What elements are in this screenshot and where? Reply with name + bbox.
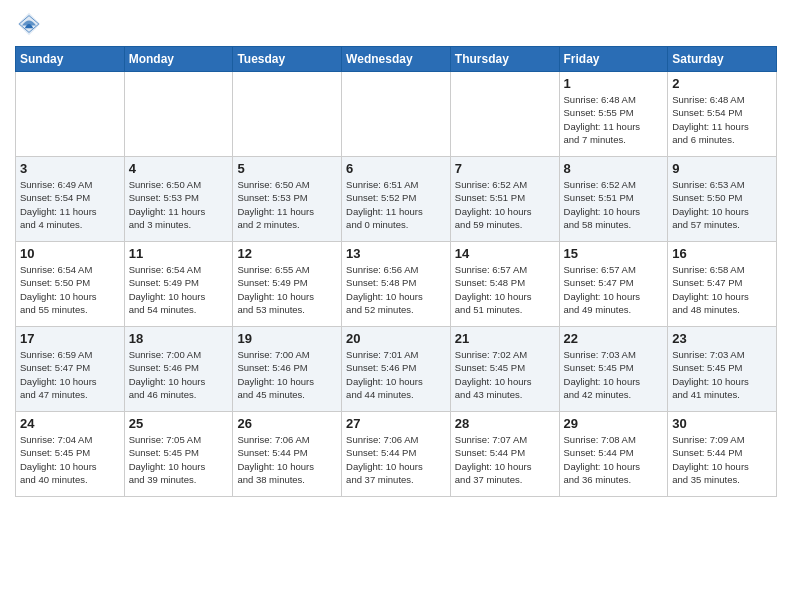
day-number: 1	[564, 76, 664, 91]
weekday-header: Monday	[124, 47, 233, 72]
day-info: Sunrise: 7:01 AM Sunset: 5:46 PM Dayligh…	[346, 348, 446, 401]
day-number: 12	[237, 246, 337, 261]
logo-icon	[15, 10, 43, 38]
weekday-header: Tuesday	[233, 47, 342, 72]
day-number: 11	[129, 246, 229, 261]
day-info: Sunrise: 6:52 AM Sunset: 5:51 PM Dayligh…	[564, 178, 664, 231]
day-info: Sunrise: 7:04 AM Sunset: 5:45 PM Dayligh…	[20, 433, 120, 486]
calendar-cell: 4Sunrise: 6:50 AM Sunset: 5:53 PM Daylig…	[124, 157, 233, 242]
day-number: 2	[672, 76, 772, 91]
calendar-cell: 19Sunrise: 7:00 AM Sunset: 5:46 PM Dayli…	[233, 327, 342, 412]
calendar-cell: 23Sunrise: 7:03 AM Sunset: 5:45 PM Dayli…	[668, 327, 777, 412]
day-number: 8	[564, 161, 664, 176]
calendar-cell	[450, 72, 559, 157]
weekday-header: Sunday	[16, 47, 125, 72]
day-number: 6	[346, 161, 446, 176]
calendar-cell: 18Sunrise: 7:00 AM Sunset: 5:46 PM Dayli…	[124, 327, 233, 412]
calendar-cell: 14Sunrise: 6:57 AM Sunset: 5:48 PM Dayli…	[450, 242, 559, 327]
calendar-cell: 27Sunrise: 7:06 AM Sunset: 5:44 PM Dayli…	[342, 412, 451, 497]
day-info: Sunrise: 7:06 AM Sunset: 5:44 PM Dayligh…	[237, 433, 337, 486]
calendar-cell: 6Sunrise: 6:51 AM Sunset: 5:52 PM Daylig…	[342, 157, 451, 242]
weekday-header-row: SundayMondayTuesdayWednesdayThursdayFrid…	[16, 47, 777, 72]
day-info: Sunrise: 6:50 AM Sunset: 5:53 PM Dayligh…	[237, 178, 337, 231]
calendar-cell: 5Sunrise: 6:50 AM Sunset: 5:53 PM Daylig…	[233, 157, 342, 242]
day-number: 29	[564, 416, 664, 431]
day-number: 7	[455, 161, 555, 176]
page: SundayMondayTuesdayWednesdayThursdayFrid…	[0, 0, 792, 512]
calendar-week-row: 24Sunrise: 7:04 AM Sunset: 5:45 PM Dayli…	[16, 412, 777, 497]
calendar-cell: 12Sunrise: 6:55 AM Sunset: 5:49 PM Dayli…	[233, 242, 342, 327]
calendar-cell: 1Sunrise: 6:48 AM Sunset: 5:55 PM Daylig…	[559, 72, 668, 157]
day-number: 4	[129, 161, 229, 176]
calendar-cell: 7Sunrise: 6:52 AM Sunset: 5:51 PM Daylig…	[450, 157, 559, 242]
day-number: 15	[564, 246, 664, 261]
weekday-header: Wednesday	[342, 47, 451, 72]
day-info: Sunrise: 6:59 AM Sunset: 5:47 PM Dayligh…	[20, 348, 120, 401]
day-number: 25	[129, 416, 229, 431]
day-info: Sunrise: 6:48 AM Sunset: 5:54 PM Dayligh…	[672, 93, 772, 146]
day-number: 13	[346, 246, 446, 261]
day-number: 30	[672, 416, 772, 431]
logo	[15, 10, 47, 38]
calendar-cell: 26Sunrise: 7:06 AM Sunset: 5:44 PM Dayli…	[233, 412, 342, 497]
calendar-cell	[16, 72, 125, 157]
day-number: 14	[455, 246, 555, 261]
day-info: Sunrise: 7:03 AM Sunset: 5:45 PM Dayligh…	[672, 348, 772, 401]
day-number: 19	[237, 331, 337, 346]
day-info: Sunrise: 7:02 AM Sunset: 5:45 PM Dayligh…	[455, 348, 555, 401]
calendar-cell: 22Sunrise: 7:03 AM Sunset: 5:45 PM Dayli…	[559, 327, 668, 412]
day-info: Sunrise: 6:57 AM Sunset: 5:48 PM Dayligh…	[455, 263, 555, 316]
calendar-week-row: 1Sunrise: 6:48 AM Sunset: 5:55 PM Daylig…	[16, 72, 777, 157]
calendar-cell: 2Sunrise: 6:48 AM Sunset: 5:54 PM Daylig…	[668, 72, 777, 157]
weekday-header: Friday	[559, 47, 668, 72]
day-number: 9	[672, 161, 772, 176]
day-number: 22	[564, 331, 664, 346]
day-info: Sunrise: 6:53 AM Sunset: 5:50 PM Dayligh…	[672, 178, 772, 231]
day-info: Sunrise: 6:54 AM Sunset: 5:50 PM Dayligh…	[20, 263, 120, 316]
calendar-cell: 15Sunrise: 6:57 AM Sunset: 5:47 PM Dayli…	[559, 242, 668, 327]
day-info: Sunrise: 6:50 AM Sunset: 5:53 PM Dayligh…	[129, 178, 229, 231]
day-info: Sunrise: 6:58 AM Sunset: 5:47 PM Dayligh…	[672, 263, 772, 316]
day-info: Sunrise: 6:56 AM Sunset: 5:48 PM Dayligh…	[346, 263, 446, 316]
day-info: Sunrise: 6:54 AM Sunset: 5:49 PM Dayligh…	[129, 263, 229, 316]
calendar-cell: 17Sunrise: 6:59 AM Sunset: 5:47 PM Dayli…	[16, 327, 125, 412]
calendar-cell	[124, 72, 233, 157]
day-info: Sunrise: 6:49 AM Sunset: 5:54 PM Dayligh…	[20, 178, 120, 231]
calendar-cell: 10Sunrise: 6:54 AM Sunset: 5:50 PM Dayli…	[16, 242, 125, 327]
calendar-cell: 28Sunrise: 7:07 AM Sunset: 5:44 PM Dayli…	[450, 412, 559, 497]
day-info: Sunrise: 6:52 AM Sunset: 5:51 PM Dayligh…	[455, 178, 555, 231]
day-number: 17	[20, 331, 120, 346]
day-number: 3	[20, 161, 120, 176]
calendar-cell: 21Sunrise: 7:02 AM Sunset: 5:45 PM Dayli…	[450, 327, 559, 412]
day-number: 20	[346, 331, 446, 346]
day-number: 16	[672, 246, 772, 261]
calendar-cell	[233, 72, 342, 157]
calendar-week-row: 10Sunrise: 6:54 AM Sunset: 5:50 PM Dayli…	[16, 242, 777, 327]
calendar-cell: 8Sunrise: 6:52 AM Sunset: 5:51 PM Daylig…	[559, 157, 668, 242]
day-number: 21	[455, 331, 555, 346]
day-info: Sunrise: 6:48 AM Sunset: 5:55 PM Dayligh…	[564, 93, 664, 146]
calendar-cell: 30Sunrise: 7:09 AM Sunset: 5:44 PM Dayli…	[668, 412, 777, 497]
calendar-table: SundayMondayTuesdayWednesdayThursdayFrid…	[15, 46, 777, 497]
day-number: 5	[237, 161, 337, 176]
calendar-week-row: 3Sunrise: 6:49 AM Sunset: 5:54 PM Daylig…	[16, 157, 777, 242]
weekday-header: Thursday	[450, 47, 559, 72]
calendar-cell: 25Sunrise: 7:05 AM Sunset: 5:45 PM Dayli…	[124, 412, 233, 497]
day-info: Sunrise: 7:08 AM Sunset: 5:44 PM Dayligh…	[564, 433, 664, 486]
calendar-cell: 29Sunrise: 7:08 AM Sunset: 5:44 PM Dayli…	[559, 412, 668, 497]
calendar-cell: 9Sunrise: 6:53 AM Sunset: 5:50 PM Daylig…	[668, 157, 777, 242]
day-number: 23	[672, 331, 772, 346]
day-info: Sunrise: 7:09 AM Sunset: 5:44 PM Dayligh…	[672, 433, 772, 486]
day-info: Sunrise: 6:51 AM Sunset: 5:52 PM Dayligh…	[346, 178, 446, 231]
header	[15, 10, 777, 38]
calendar-week-row: 17Sunrise: 6:59 AM Sunset: 5:47 PM Dayli…	[16, 327, 777, 412]
calendar-cell: 11Sunrise: 6:54 AM Sunset: 5:49 PM Dayli…	[124, 242, 233, 327]
calendar-cell: 13Sunrise: 6:56 AM Sunset: 5:48 PM Dayli…	[342, 242, 451, 327]
calendar-cell: 3Sunrise: 6:49 AM Sunset: 5:54 PM Daylig…	[16, 157, 125, 242]
day-info: Sunrise: 7:00 AM Sunset: 5:46 PM Dayligh…	[237, 348, 337, 401]
calendar-cell: 16Sunrise: 6:58 AM Sunset: 5:47 PM Dayli…	[668, 242, 777, 327]
day-number: 26	[237, 416, 337, 431]
calendar-cell: 20Sunrise: 7:01 AM Sunset: 5:46 PM Dayli…	[342, 327, 451, 412]
day-info: Sunrise: 6:57 AM Sunset: 5:47 PM Dayligh…	[564, 263, 664, 316]
calendar-cell	[342, 72, 451, 157]
